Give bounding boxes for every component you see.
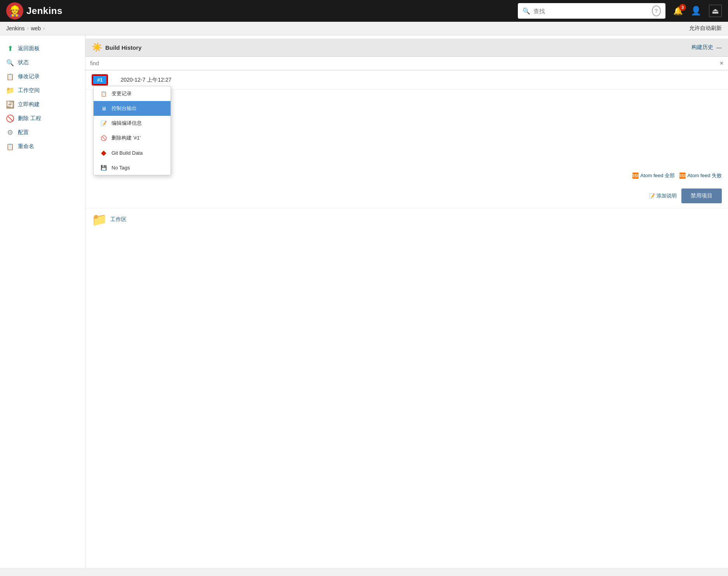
changelog-icon: 📋 [6,73,14,80]
sidebar-item-delete[interactable]: 🚫 删除 工程 [0,112,85,126]
no-tags-icon: 💾 [100,164,108,171]
build-search-input[interactable] [90,60,720,66]
atom-feed-fail-link[interactable]: RSS Atom feed 失败 [679,172,722,179]
sidebar-label-rename: 重命名 [18,143,34,150]
content-area: ☀️ Build History 构建历史 — × #1 2020-12-7 上… [85,35,728,568]
sidebar-item-rename[interactable]: 📋 重命名 [0,140,85,154]
autorefresh-link[interactable]: 允许自动刷新 [689,25,722,32]
build-search-bar: × [85,57,728,70]
build-search-clear[interactable]: × [720,60,723,67]
sun-icon: ☀️ [92,42,102,52]
global-search-bar[interactable]: 🔍 ? [518,3,665,19]
dropdown-label-delete-build: 删除构建 '#1' [111,134,141,141]
build-history-right[interactable]: 构建历史 — [691,44,722,51]
sidebar-item-changelog[interactable]: 📋 修改记录 [0,70,85,84]
sidebar-label-changelog: 修改记录 [18,73,40,80]
workspace-link[interactable]: 工作区 [110,216,127,223]
dropdown-item-change-record[interactable]: 📋 变更记录 [94,86,171,101]
workspace-folder-icon: 📁 [92,212,107,227]
logout-icon[interactable]: ⏏ [709,5,722,17]
breadcrumb-web[interactable]: web [31,25,41,31]
help-button[interactable]: ? [652,5,661,16]
spacer [85,90,728,168]
gear-icon: ⚙ [6,129,14,136]
build-history-left: ☀️ Build History [92,42,141,52]
atom-feed-area: RSS Atom feed 全部 RSS Atom feed 失败 [85,168,728,184]
workspace-row: 📁 工作区 [85,208,728,231]
main-container: ⬆ 返回面板 🔍 状态 📋 修改记录 📁 工作空间 🔄 立即构建 🚫 删除 工程… [0,35,728,568]
atom-feed-all-label: Atom feed 全部 [640,172,675,179]
git-build-icon: ◆ [100,149,108,157]
build-history-title: Build History [105,44,141,51]
build-number-badge[interactable]: #1 [92,75,107,85]
delete-icon: 🚫 [6,115,14,122]
up-arrow-icon: ⬆ [6,45,14,52]
notification-bell[interactable]: 🔔 3 [673,6,683,16]
app-title: Jenkins [26,5,63,16]
logo-area: 👷 Jenkins [6,2,63,19]
sidebar-item-build-now[interactable]: 🔄 立即构建 [0,98,85,112]
sidebar-label-configure: 配置 [18,129,29,136]
build-now-icon: 🔄 [6,101,14,108]
sidebar-label-status: 状态 [18,59,29,66]
dropdown-item-git-build-data[interactable]: ◆ Git Build Data [94,145,171,160]
search-input[interactable] [533,8,646,14]
rename-icon: 📋 [6,143,14,150]
add-description-label: 添加说明 [657,192,677,199]
breadcrumb-sep1: › [27,26,28,31]
breadcrumb-left: Jenkins › web › [6,25,45,31]
atom-all-icon: RSS [632,173,639,179]
sidebar-label-delete: 删除 工程 [18,115,41,122]
search-icon: 🔍 [522,7,530,15]
dropdown-item-delete-build[interactable]: 🚫 删除构建 '#1' [94,131,171,145]
header-icons: 🔔 3 👤 ⏏ [673,5,722,17]
sidebar: ⬆ 返回面板 🔍 状态 📋 修改记录 📁 工作空间 🔄 立即构建 🚫 删除 工程… [0,35,85,568]
dropdown-label-no-tags: No Tags [111,165,130,171]
build-number-outer: #1 [92,74,108,86]
breadcrumb-jenkins[interactable]: Jenkins [6,25,24,31]
notification-badge: 3 [679,4,686,11]
bottom-area: 📝 添加说明 禁用项目 [85,184,728,208]
sidebar-item-configure[interactable]: ⚙ 配置 [0,126,85,140]
main-header: 👷 Jenkins 🔍 ? 🔔 3 👤 ⏏ [0,0,728,22]
sidebar-item-status[interactable]: 🔍 状态 [0,56,85,70]
build-datetime: 2020-12-7 上午12:27 [120,77,171,84]
sidebar-item-workspace[interactable]: 📁 工作空间 [0,84,85,98]
dropdown-label-git-build-data: Git Build Data [111,150,143,156]
dropdown-menu: 📋 变更记录 🖥 控制台输出 📝 编辑编译信息 🚫 删除构建 '#1' ◆ [93,86,171,175]
build-history-minus: — [716,44,722,51]
dropdown-label-change-record: 变更记录 [111,90,132,97]
sidebar-label-build-now: 立即构建 [18,101,40,108]
dropdown-item-no-tags[interactable]: 💾 No Tags [94,160,171,175]
build-history-header: ☀️ Build History 构建历史 — [85,38,728,57]
sidebar-label-workspace: 工作空间 [18,87,40,94]
atom-fail-icon: RSS [679,173,686,179]
sidebar-item-back-to-dashboard[interactable]: ⬆ 返回面板 [0,42,85,56]
breadcrumb: Jenkins › web › 允许自动刷新 [0,22,728,35]
bottom-right-actions: 📝 添加说明 禁用项目 [92,189,722,203]
build-history-label: 构建历史 [691,44,713,51]
atom-feed-fail-label: Atom feed 失败 [687,172,722,179]
console-icon: 🖥 [100,105,108,112]
folder-icon: 📁 [6,87,14,94]
edit-build-info-icon: 📝 [100,119,108,127]
add-description-link[interactable]: 📝 添加说明 [649,192,677,199]
atom-feed-all-link[interactable]: RSS Atom feed 全部 [632,172,675,179]
status-icon: 🔍 [6,59,14,66]
disable-project-button[interactable]: 禁用项目 [681,189,722,203]
build-item-row: #1 2020-12-7 上午12:27 📋 变更记录 🖥 控制台输出 📝 编辑… [85,70,728,90]
user-icon[interactable]: 👤 [691,6,701,16]
dropdown-label-console-output: 控制台输出 [111,105,137,112]
edit-icon-small: 📝 [649,193,655,199]
dropdown-item-console-output[interactable]: 🖥 控制台输出 [94,101,171,116]
dropdown-item-edit-build-info[interactable]: 📝 编辑编译信息 [94,116,171,131]
delete-build-icon: 🚫 [100,134,108,142]
change-record-icon: 📋 [100,90,108,98]
dropdown-label-edit-build-info: 编辑编译信息 [111,120,142,127]
jenkins-logo: 👷 [6,2,23,19]
breadcrumb-sep2: › [43,26,45,31]
sidebar-label-back: 返回面板 [18,45,40,52]
